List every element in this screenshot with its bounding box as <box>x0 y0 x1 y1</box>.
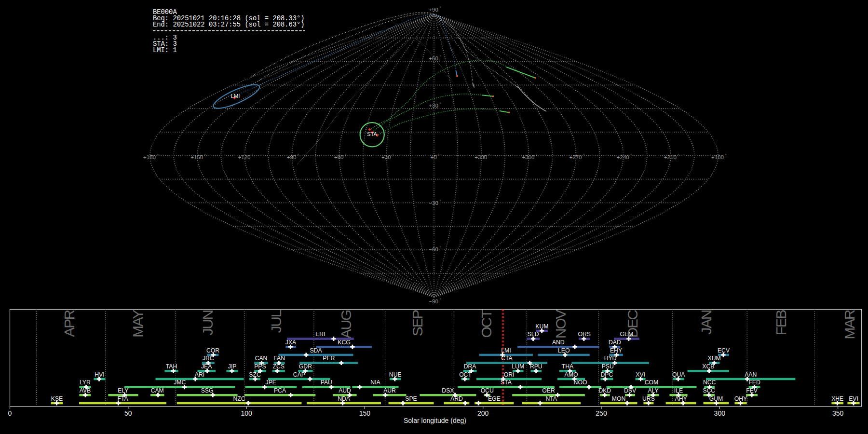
svg-text:APR: APR <box>61 310 77 337</box>
svg-text:300: 300 <box>714 409 726 417</box>
svg-text:HVI: HVI <box>95 371 104 378</box>
svg-text:OCT: OCT <box>459 371 472 378</box>
svg-text:QUA: QUA <box>672 371 685 378</box>
svg-text:ORI: ORI <box>504 371 515 378</box>
svg-text:AUD: AUD <box>339 387 351 394</box>
svg-text:350: 350 <box>832 409 844 417</box>
svg-text:AND: AND <box>552 339 565 346</box>
svg-text:ERI: ERI <box>315 331 325 338</box>
svg-text:NCC: NCC <box>703 379 716 386</box>
svg-text:COR: COR <box>206 347 219 354</box>
svg-text:JUN: JUN <box>200 310 216 335</box>
svg-text:ILE: ILE <box>674 387 683 394</box>
svg-text:NZC: NZC <box>233 395 245 402</box>
svg-text:STA: STA <box>367 131 378 137</box>
svg-text:KUM: KUM <box>535 323 548 330</box>
svg-text:SPE: SPE <box>405 395 417 402</box>
svg-text:ARD: ARD <box>450 395 463 402</box>
svg-text:CAM: CAM <box>151 387 164 394</box>
svg-text:XCB: XCB <box>702 363 714 370</box>
svg-text:SDA: SDA <box>310 347 322 354</box>
svg-text:250: 250 <box>596 409 607 417</box>
svg-text:EVI: EVI <box>849 395 858 402</box>
svg-text:LMI: LMI <box>501 347 511 354</box>
svg-text:DKD: DKD <box>598 387 611 394</box>
svg-text:FEB: FEB <box>773 310 789 336</box>
svg-text:OHY: OHY <box>734 395 747 402</box>
svg-text:AUR: AUR <box>383 387 396 394</box>
svg-text:PAU: PAU <box>321 379 332 386</box>
svg-text:100: 100 <box>241 409 252 417</box>
svg-text:SZC: SZC <box>249 371 261 378</box>
svg-text:PER: PER <box>323 355 335 362</box>
svg-text:KSE: KSE <box>51 395 63 402</box>
svg-text:LYR: LYR <box>80 379 91 386</box>
svg-text:NOV: NOV <box>553 310 569 339</box>
svg-text:GEM: GEM <box>620 331 634 338</box>
svg-text:MON: MON <box>612 395 625 402</box>
svg-text:AUG: AUG <box>338 310 354 339</box>
svg-text:NTA: NTA <box>545 395 557 402</box>
svg-text:CAN: CAN <box>255 355 268 362</box>
svg-text:ALY: ALY <box>648 387 658 394</box>
svg-text:CAP: CAP <box>293 371 305 378</box>
svg-text:JPE: JPE <box>266 379 276 386</box>
svg-text:SEP: SEP <box>409 310 425 336</box>
svg-text:STA: STA <box>501 379 512 386</box>
svg-text:EHY: EHY <box>610 347 622 354</box>
svg-text:LUM: LUM <box>512 363 524 370</box>
svg-text:PSU: PSU <box>602 363 614 370</box>
svg-text:200: 200 <box>477 409 489 417</box>
svg-text:PCA: PCA <box>274 387 286 394</box>
svg-text:ECV: ECV <box>718 347 730 354</box>
svg-text:MAY: MAY <box>130 310 146 338</box>
svg-text:FTA: FTA <box>117 395 128 402</box>
svg-text:XUM: XUM <box>708 355 721 362</box>
svg-text:JEA: JEA <box>201 363 212 370</box>
svg-text:NDA: NDA <box>338 395 351 402</box>
svg-text:FEV: FEV <box>746 387 758 394</box>
svg-text:OCT: OCT <box>478 310 494 338</box>
svg-text:SSG: SSG <box>201 387 214 394</box>
svg-text:DAD: DAD <box>609 339 621 346</box>
svg-text:JUL: JUL <box>268 310 284 333</box>
svg-text:ARI: ARI <box>195 371 204 378</box>
svg-text:JAN: JAN <box>698 310 714 334</box>
svg-text:JIP: JIP <box>228 363 237 370</box>
svg-text:DSV: DSV <box>624 387 637 394</box>
svg-text:LMI: 1: LMI: 1 <box>153 47 177 54</box>
svg-text:KCG: KCG <box>338 339 350 346</box>
svg-text:DRA: DRA <box>464 363 477 370</box>
svg-text:MAR: MAR <box>841 310 857 339</box>
svg-text:PPS: PPS <box>254 363 266 370</box>
svg-text:ORS: ORS <box>578 331 590 338</box>
svg-text:NOO: NOO <box>574 379 587 386</box>
svg-text:AHY: AHY <box>675 395 687 402</box>
svg-text:50: 50 <box>124 409 132 417</box>
svg-text:AMO: AMO <box>565 371 578 378</box>
svg-text:FAN: FAN <box>273 355 285 362</box>
svg-text:FED: FED <box>748 379 760 386</box>
svg-text:TAH: TAH <box>166 363 177 370</box>
svg-text:XVI: XVI <box>636 371 645 378</box>
svg-text:THA: THA <box>562 363 574 370</box>
svg-text:XHE: XHE <box>831 395 843 402</box>
svg-text:JMC: JMC <box>174 379 186 386</box>
svg-text:Solar longitude (deg): Solar longitude (deg) <box>404 417 466 424</box>
svg-text:AAN: AAN <box>745 371 757 378</box>
svg-text:150: 150 <box>359 409 371 417</box>
svg-text:GUM: GUM <box>709 395 723 402</box>
svg-text:AVB: AVB <box>80 387 91 394</box>
svg-text:End: 20251022 03:27:55 (sol =: End: 20251022 03:27:55 (sol = 208.63°) <box>153 21 305 28</box>
svg-text:NUE: NUE <box>389 371 402 378</box>
svg-text:OCU: OCU <box>481 387 494 394</box>
svg-text:RPU: RPU <box>530 363 542 370</box>
svg-text:0: 0 <box>8 409 12 417</box>
svg-text:COM: COM <box>645 379 658 386</box>
svg-text:SLD: SLD <box>528 331 539 338</box>
svg-text:JXA: JXA <box>285 339 297 346</box>
svg-text:EGE: EGE <box>488 395 501 402</box>
svg-text:LMI: LMI <box>231 93 240 99</box>
svg-text:JRC: JRC <box>203 355 214 362</box>
svg-text:NIA: NIA <box>370 379 380 386</box>
